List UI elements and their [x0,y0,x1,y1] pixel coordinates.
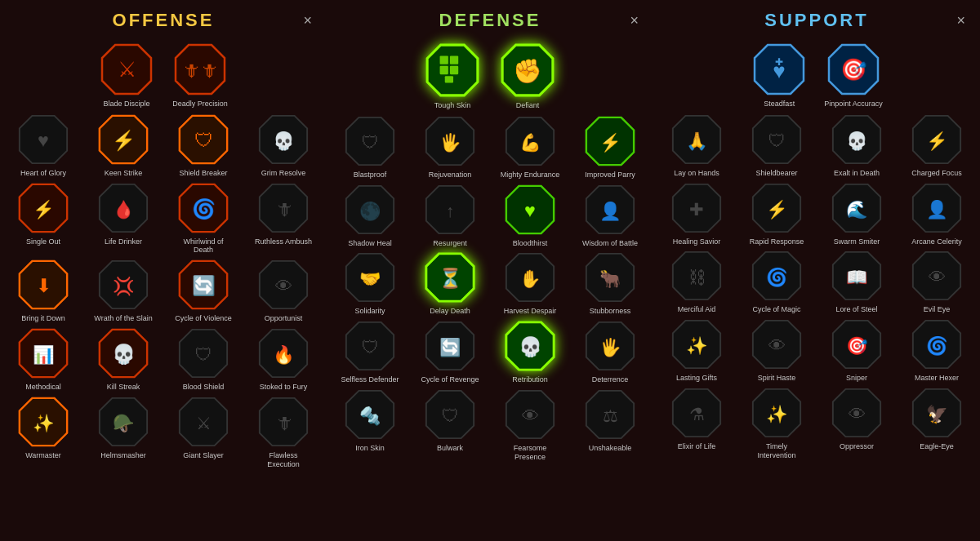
skill-keen-strike[interactable]: ⚡ Keen Strike [85,112,162,178]
support-row-4: ⛓ Merciful Aid 🌀 Cycle of Magic 📖 Lore o… [658,248,975,314]
skill-name: Shieldbearer [755,169,797,178]
skill-lore-steel[interactable]: 📖 Lore of Steel [818,248,895,314]
skill-blade-disciple[interactable]: ⚔ Blade Disciple [98,41,155,109]
skill-shieldbearer[interactable]: 🛡 Shieldbearer [738,112,815,178]
offense-close[interactable]: × [303,13,312,28]
svg-text:👁: 👁 [522,406,539,426]
skill-lasting-gifts[interactable]: ✨ Lasting Gifts [658,317,735,383]
svg-text:✋: ✋ [519,268,541,290]
skill-methodical[interactable]: 📊 Methodical [5,326,82,392]
skill-shield-breaker[interactable]: 🛡 Shield Breaker [165,112,242,178]
svg-text:📊: 📊 [33,344,55,366]
skill-deterrence[interactable]: 🖐 Deterrence [572,318,648,384]
skill-grim-resolve[interactable]: 💀 Grim Resolve [245,112,322,178]
skill-delay-death[interactable]: ⏳ Delay Death [412,250,488,316]
skill-selfless-defender[interactable]: 🛡 Selfless Defender [332,318,408,384]
skill-name: Iron Skin [355,444,385,453]
skill-kill-streak[interactable]: 💀 Kill Streak [85,326,162,392]
skill-name: Timely Intervention [746,442,807,460]
svg-text:🗡🗡: 🗡🗡 [182,60,218,81]
skill-evil-eye[interactable]: 👁 Evil Eye [898,248,975,314]
svg-text:🪖: 🪖 [113,413,135,434]
skill-shadow-heal[interactable]: 🌑 Shadow Heal [332,182,408,248]
skill-cycle-magic[interactable]: 🌀 Cycle of Magic [738,248,815,314]
skill-name: Delay Death [430,307,470,316]
skill-wisdom-battle[interactable]: 👤 Wisdom of Battle [572,182,648,248]
skill-elixir-life[interactable]: ⚗ Elixir of Life [658,385,735,460]
skill-harvest-despair[interactable]: ✋ Harvest Despair [492,250,568,316]
skill-tough-skin[interactable]: Tough Skin [423,41,482,110]
skill-rejuvenation[interactable]: 🖐 Rejuvenation [412,113,488,180]
skill-name: Bring it Down [21,314,65,323]
svg-text:👁: 👁 [849,405,866,424]
skill-blastproof[interactable]: 🛡 Blastproof [332,113,408,180]
skill-iron-skin[interactable]: 🔩 Iron Skin [332,387,408,462]
skill-sniper[interactable]: 🎯 Sniper [818,317,895,383]
skill-flawless[interactable]: 🗡 Flawless Execution [245,394,322,469]
skill-merciful-aid[interactable]: ⛓ Merciful Aid [658,248,735,314]
svg-text:✨: ✨ [33,413,55,434]
skill-spirit-haste[interactable]: 👁 Spirit Haste [738,317,815,383]
skill-heart-glory[interactable]: ♥ Heart of Glory [5,112,82,178]
skill-unshakeable[interactable]: ⚖ Unshakeable [572,387,648,462]
skill-cycle-violence[interactable]: 🔄 Cycle of Violence [165,257,242,323]
skill-mighty-endurance[interactable]: 💪 Mighty Endurance [492,113,568,180]
skill-arcane-celerity[interactable]: 👤 Arcane Celerity [898,180,975,246]
skill-charged-focus[interactable]: ⚡ Charged Focus [898,112,975,178]
skill-giant-slayer[interactable]: ⚔ Giant Slayer [165,394,242,469]
skill-name: Flawless Execution [253,451,314,469]
skill-bulwark[interactable]: 🛡 Bulwark [412,387,488,462]
skill-opportunist[interactable]: 👁 Opportunist [245,257,322,323]
skill-name: Cycle of Revenge [421,375,479,384]
skill-oppressor[interactable]: 👁 Oppressor [818,385,895,460]
skill-eagle-eye[interactable]: 🦅 Eagle-Eye [898,385,975,460]
skill-retribution[interactable]: 💀 Retribution [492,318,568,384]
skill-stubborness[interactable]: 🐂 Stubborness [572,250,648,316]
support-row-5: ✨ Lasting Gifts 👁 Spirit Haste 🎯 Sniper … [658,317,975,383]
skill-exalt-death[interactable]: 💀 Exalt in Death [818,112,895,178]
skill-name: Heart of Glory [20,169,66,178]
svg-text:🩸: 🩸 [113,198,135,220]
skill-whirlwind[interactable]: 🌀 Whirlwind of Death [165,180,242,255]
skill-swarm-smiter[interactable]: 🌊 Swarm Smiter [818,180,895,246]
skill-name: Sniper [846,374,867,383]
skill-solidarity[interactable]: 🤝 Solidarity [332,250,408,316]
skill-improved-parry[interactable]: ⚡ Improved Parry [572,113,648,180]
skill-master-hexer[interactable]: 🌀 Master Hexer [898,317,975,383]
defense-row-2: 🛡 Blastproof 🖐 Rejuvenation 💪 Mighty End… [332,113,648,180]
skill-bloodthirst[interactable]: ♥ Bloodthirst [492,182,568,248]
skill-name: Wrath of the Slain [94,314,152,323]
skill-healing-savior[interactable]: ✚ Healing Savior [658,180,735,246]
skill-rapid-response[interactable]: ⚡ Rapid Response [738,180,815,246]
skill-bring-it-down[interactable]: ⬇ Bring it Down [5,257,82,323]
skill-name: Improved Parry [585,171,635,180]
skill-name: Evil Eye [924,305,951,314]
support-close[interactable]: × [956,13,965,28]
skill-single-out[interactable]: ⚡ Single Out [5,180,82,255]
offense-panel: OFFENSE × ⚔ Blade Disciple 🗡🗡 Deadly Pre… [0,0,327,541]
skill-name: Bloodthirst [513,239,548,248]
skill-defiant[interactable]: ✊ Defiant [498,41,557,110]
defense-close[interactable]: × [630,13,639,28]
skill-resurgent[interactable]: ↑ Resurgent [412,182,488,248]
skill-name: Lasting Gifts [676,374,717,383]
skill-wrath-slain[interactable]: 💢 Wrath of the Slain [85,257,162,323]
skill-helmsmasher[interactable]: 🪖 Helmsmasher [85,394,162,469]
skill-lay-on-hands[interactable]: 🙏 Lay on Hands [658,112,735,178]
skill-timely-intervention[interactable]: ✨ Timely Intervention [738,385,815,460]
svg-text:⬇: ⬇ [36,275,51,296]
skill-blood-shield[interactable]: 🛡 Blood Shield [165,326,242,392]
skill-life-drinker[interactable]: 🩸 Life Drinker [85,180,162,255]
skill-pinpoint-accuracy[interactable]: 🎯 Pinpoint Accuracy [824,41,883,109]
defense-row-6: 🔩 Iron Skin 🛡 Bulwark 👁 Fearsome Presenc… [332,387,648,462]
skill-name: Blastproof [354,171,387,180]
skill-cycle-revenge[interactable]: 🔄 Cycle of Revenge [412,318,488,384]
skill-stoked-fury[interactable]: 🔥 Stoked to Fury [245,326,322,392]
skill-ruthless-ambush[interactable]: 🗡 Ruthless Ambush [245,180,322,255]
skill-steadfast[interactable]: ♥ ✚ Steadfast [751,41,808,109]
offense-title: OFFENSE [113,10,215,31]
svg-text:🌊: 🌊 [846,198,868,220]
skill-fearsome-presence[interactable]: 👁 Fearsome Presence [492,387,568,462]
skill-deadly-precision[interactable]: 🗡🗡 Deadly Precision [172,41,229,109]
skill-warmaster[interactable]: ✨ Warmaster [5,394,82,469]
